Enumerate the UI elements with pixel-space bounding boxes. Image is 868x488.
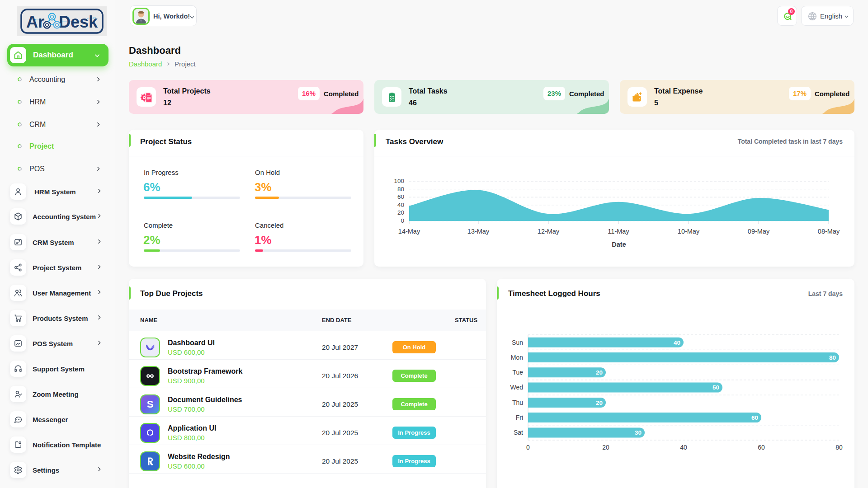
svg-text:60: 60 xyxy=(397,193,404,200)
svg-text:30: 30 xyxy=(635,429,642,436)
svg-text:80: 80 xyxy=(397,186,404,192)
svg-text:0: 0 xyxy=(526,444,530,451)
svg-text:20: 20 xyxy=(596,369,603,376)
svg-text:20: 20 xyxy=(602,444,609,451)
svg-text:Date: Date xyxy=(612,241,626,248)
svg-text:Fri: Fri xyxy=(516,414,523,421)
svg-text:20: 20 xyxy=(397,209,404,216)
svg-text:08-May: 08-May xyxy=(818,228,840,235)
svg-text:Tue: Tue xyxy=(512,369,523,376)
svg-text:80: 80 xyxy=(829,354,836,361)
svg-text:0: 0 xyxy=(401,217,404,224)
svg-text:20: 20 xyxy=(596,399,603,406)
svg-text:13-May: 13-May xyxy=(467,228,490,235)
svg-text:50: 50 xyxy=(712,384,719,391)
svg-text:Sun: Sun xyxy=(512,339,523,346)
svg-text:11-May: 11-May xyxy=(608,228,629,235)
svg-text:100: 100 xyxy=(394,178,404,184)
svg-text:Thu: Thu xyxy=(512,399,523,406)
svg-text:60: 60 xyxy=(751,414,758,421)
svg-text:12-May: 12-May xyxy=(538,228,560,235)
svg-text:Wed: Wed xyxy=(510,384,523,391)
svg-text:60: 60 xyxy=(758,444,765,451)
svg-text:Mon: Mon xyxy=(511,354,523,361)
svg-text:10-May: 10-May xyxy=(678,228,700,235)
svg-text:09-May: 09-May xyxy=(748,228,770,235)
svg-text:40: 40 xyxy=(680,444,687,451)
svg-text:Sat: Sat xyxy=(514,429,523,436)
svg-text:40: 40 xyxy=(397,202,404,208)
svg-text:80: 80 xyxy=(835,444,843,451)
svg-text:14-May: 14-May xyxy=(398,228,420,235)
svg-text:40: 40 xyxy=(674,339,680,346)
svg-text:Desk: Desk xyxy=(59,13,98,31)
svg-text:Ar: Ar xyxy=(26,13,44,31)
